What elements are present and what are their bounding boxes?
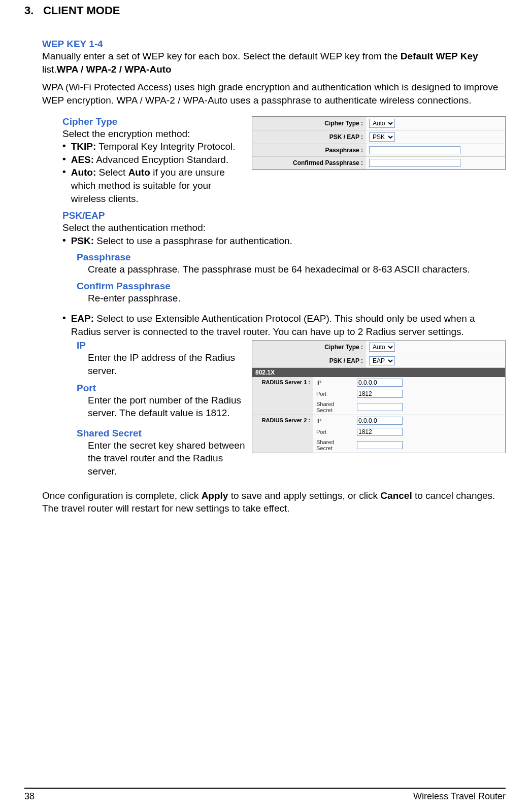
section-number: 3. xyxy=(24,4,34,17)
fig2-r1-ip-l: IP xyxy=(313,377,354,388)
psk-eap-heading: PSK/EAP xyxy=(62,210,506,221)
closing-text: Once configuration is complete, click Ap… xyxy=(42,489,506,515)
page-number: 38 xyxy=(24,791,35,802)
wep-text-mid: list. xyxy=(42,64,57,75)
cipher-tkip-text: Temporal Key Integrity Protocol. xyxy=(96,141,235,152)
passphrase-text: Create a passphrase. The passphrase must… xyxy=(88,263,506,276)
wpa-intro-text: WPA (Wi-Fi Protected Access) uses high g… xyxy=(42,81,506,107)
figure-eap-settings: Cipher Type : Auto PSK / EAP : EAP 802.1… xyxy=(252,340,506,453)
book-title: Wireless Travel Router xyxy=(413,791,506,802)
cipher-tkip: TKIP: Temporal Key Integrity Protocol. xyxy=(71,140,246,153)
cipher-auto-bold2: Auto xyxy=(128,167,150,178)
fig2-psk-select[interactable]: EAP xyxy=(369,356,395,365)
fig2-r2-ss-input[interactable] xyxy=(357,441,403,449)
cipher-auto-pre: Select xyxy=(96,167,128,178)
fig2-r2-ss-l: Shared Secret xyxy=(313,437,354,453)
cipher-aes: AES: Advanced Encyption Standard. xyxy=(71,153,246,166)
psk-item: PSK: Select to use a passphrase for auth… xyxy=(71,234,506,248)
fig2-r2-ip-input[interactable] xyxy=(357,417,403,425)
psk-eap-intro: Select the authentication method: xyxy=(62,221,506,234)
cipher-auto: Auto: Select Auto if you are unsure whic… xyxy=(71,166,246,205)
fig2-r1-port-input[interactable] xyxy=(357,390,403,398)
page-footer: 38 Wireless Travel Router xyxy=(24,788,506,802)
fig1-cpass-input[interactable] xyxy=(369,159,460,167)
fig2-cipher-label: Cipher Type : xyxy=(252,341,366,354)
fig2-8021x-section: 802.1X xyxy=(252,368,505,377)
fig1-cipher-label: Cipher Type : xyxy=(252,117,366,130)
fig2-r1-label: RADIUS Server 1 : xyxy=(252,377,313,415)
wep-bold-default: Default WEP Key xyxy=(401,51,478,61)
fig1-pass-input[interactable] xyxy=(369,146,460,154)
fig2-cipher-select[interactable]: Auto xyxy=(369,343,395,352)
eap-bold: EAP: xyxy=(71,313,94,324)
fig1-cpass-label: Confirmed Passphrase : xyxy=(252,156,366,169)
fig1-cipher-select[interactable]: Auto xyxy=(369,119,395,128)
closing-p1: Once configuration is complete, click xyxy=(42,490,202,501)
fig2-r2-port-l: Port xyxy=(313,426,354,437)
passphrase-heading: Passphrase xyxy=(77,252,506,263)
psk-text: Select to use a passphrase for authentic… xyxy=(94,235,292,246)
fig2-r2-ip-l: IP xyxy=(313,415,354,426)
closing-apply-bold: Apply xyxy=(202,490,228,501)
fig2-r1-ss-input[interactable] xyxy=(357,403,403,411)
fig2-r2-port-input[interactable] xyxy=(357,428,403,436)
confirm-passphrase-text: Re-enter passphrase. xyxy=(88,292,506,305)
wep-text-pre: Manually enter a set of WEP key for each… xyxy=(42,51,401,61)
fig2-r1-ip-input[interactable] xyxy=(357,379,403,387)
fig2-r2-label: RADIUS Server 2 : xyxy=(252,415,313,453)
psk-bold: PSK: xyxy=(71,235,94,246)
eap-text: Select to use Extensible Authentication … xyxy=(71,313,475,337)
cipher-tkip-bold: TKIP: xyxy=(71,141,96,152)
confirm-passphrase-heading: Confirm Passphrase xyxy=(77,281,506,292)
eap-item: EAP: Select to use Extensible Authentica… xyxy=(71,312,506,338)
fig2-r1-ss-l: Shared Secret xyxy=(313,399,354,415)
section-title: CLIENT MODE xyxy=(43,4,120,17)
fig2-psk-label: PSK / EAP : xyxy=(252,354,366,368)
cipher-auto-bold: Auto: xyxy=(71,167,96,178)
wep-key-heading: WEP KEY 1-4 xyxy=(42,39,506,50)
cipher-aes-bold: AES: xyxy=(71,154,94,165)
wep-key-text: Manually enter a set of WEP key for each… xyxy=(42,50,506,76)
fig1-psk-select[interactable]: PSK xyxy=(369,132,395,142)
closing-p2: to save and apply settings, or click xyxy=(228,490,380,501)
closing-cancel-bold: Cancel xyxy=(380,490,412,501)
fig2-r1-port-l: Port xyxy=(313,388,354,399)
wep-bold-wpa: WPA / WPA-2 / WPA-Auto xyxy=(57,64,172,75)
cipher-aes-text: Advanced Encyption Standard. xyxy=(94,154,228,165)
fig1-psk-label: PSK / EAP : xyxy=(252,130,366,144)
fig1-pass-label: Passphrase : xyxy=(252,144,366,156)
figure-psk-settings: Cipher Type : Auto PSK / EAP : PSK Passp… xyxy=(252,116,506,170)
